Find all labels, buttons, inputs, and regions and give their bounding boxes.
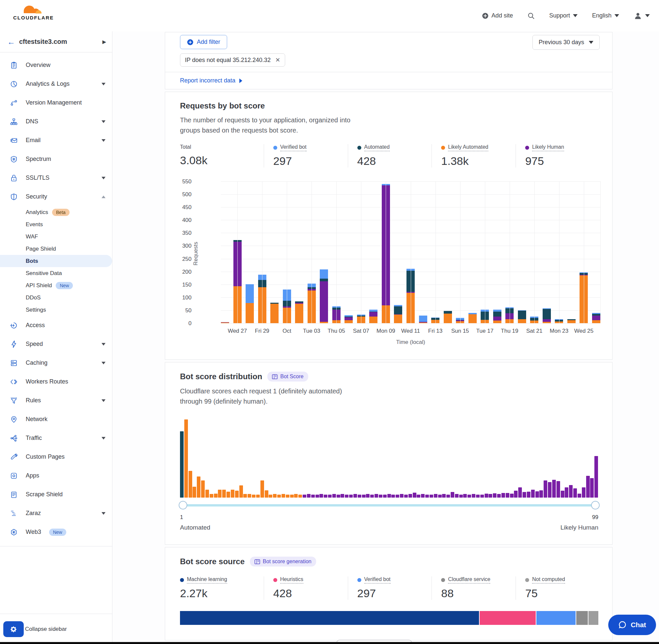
sidebar-item-overview[interactable]: Overview bbox=[0, 56, 112, 74]
score-range-slider[interactable] bbox=[180, 501, 598, 509]
stat-value: 297 bbox=[273, 155, 345, 167]
sidebar-item-version-management[interactable]: Version Management bbox=[0, 93, 112, 112]
close-icon[interactable]: ✕ bbox=[275, 56, 280, 64]
sidebar-item-ssl-tls[interactable]: SSL/TLS bbox=[0, 168, 112, 187]
histogram-bar-score-51 bbox=[391, 495, 395, 498]
sidebar-item-speed[interactable]: Speed bbox=[0, 335, 112, 353]
user-icon bbox=[634, 12, 642, 20]
network-icon bbox=[10, 415, 18, 423]
date-range-dropdown[interactable]: Previous 30 days bbox=[533, 35, 600, 50]
sidebar-subitem-ddos[interactable]: DDoS bbox=[0, 292, 112, 304]
histogram-bar-score-65 bbox=[451, 492, 454, 498]
y-tick: 50 bbox=[172, 307, 191, 314]
histogram-bar-score-58 bbox=[421, 494, 425, 498]
stacked-bar-fri-06 bbox=[345, 315, 353, 323]
account-menu[interactable] bbox=[634, 12, 650, 20]
sidebar-subitem-api-shield[interactable]: API ShieldNew bbox=[0, 279, 112, 292]
language-menu[interactable]: English bbox=[592, 12, 619, 19]
histogram-bar-score-13 bbox=[231, 490, 234, 498]
histogram-bar-score-63 bbox=[442, 494, 446, 498]
rules-icon bbox=[10, 397, 18, 405]
sidebar-item-security[interactable]: Security bbox=[0, 187, 112, 206]
sidebar-item-traffic[interactable]: Traffic bbox=[0, 429, 112, 447]
source-segment-cloudflare-service bbox=[576, 611, 588, 625]
histogram-bar-score-34 bbox=[320, 494, 323, 498]
slider-track[interactable] bbox=[180, 504, 598, 506]
legend-dot bbox=[441, 578, 445, 582]
stat-verified-bot: Verified bot297 bbox=[348, 576, 432, 600]
sidebar-subitem-sensitive-data[interactable]: Sensitive Data bbox=[0, 267, 112, 279]
sidebar-subitem-events[interactable]: Events bbox=[0, 218, 112, 230]
slider-min-caption: Automated bbox=[180, 524, 210, 531]
sidebar-item-custom-pages[interactable]: Custom Pages bbox=[0, 447, 112, 466]
stat-machine-learning: Machine learning2.27k bbox=[180, 576, 264, 600]
requests-chart: Requests 0501001502002503003504004505005… bbox=[180, 181, 600, 346]
histogram-bar-score-17 bbox=[248, 494, 251, 498]
bot-score-docs-badge[interactable]: Bot Score bbox=[267, 372, 308, 382]
requests-by-bot-score-card: Requests by bot score The number of requ… bbox=[165, 92, 613, 360]
support-menu[interactable]: Support bbox=[549, 12, 578, 19]
chevron-down-icon bbox=[101, 177, 105, 179]
search-button[interactable] bbox=[527, 12, 535, 20]
histogram-bar-score-38 bbox=[336, 495, 340, 498]
chevron-right-icon[interactable]: ▶ bbox=[102, 39, 106, 45]
bot-score-source-card: Bot score source Bot score generation Ma… bbox=[165, 547, 613, 640]
x-tick: Tue 03 bbox=[303, 328, 320, 335]
stat-value: 428 bbox=[273, 587, 345, 600]
sidebar-item-rules[interactable]: Rules bbox=[0, 391, 112, 410]
sidebar-item-network[interactable]: Network bbox=[0, 410, 112, 429]
chevron-down-icon bbox=[101, 120, 105, 123]
y-tick: 450 bbox=[172, 204, 191, 211]
histogram-bar-score-70 bbox=[472, 494, 475, 498]
slider-handle-min[interactable] bbox=[179, 501, 187, 509]
sidebar-item-analytics-logs[interactable]: Analytics & Logs bbox=[0, 74, 112, 93]
source-segment-not-computed bbox=[588, 611, 598, 625]
bot-score-generation-docs-badge[interactable]: Bot score generation bbox=[250, 557, 316, 567]
sidebar-subitem-analytics[interactable]: AnalyticsBeta bbox=[0, 206, 112, 218]
collapse-sidebar-label[interactable]: Collapse sidebar bbox=[25, 626, 67, 632]
add-site-button[interactable]: Add site bbox=[482, 12, 513, 19]
histogram-bar-score-84 bbox=[531, 490, 535, 498]
sidebar-subitem-page-shield[interactable]: Page Shield bbox=[0, 243, 112, 255]
sidebar-subitem-settings[interactable]: Settings bbox=[0, 304, 112, 316]
histogram-bar-score-61 bbox=[434, 494, 438, 498]
score-source-stacked-bar bbox=[180, 611, 598, 625]
histogram-bar-score-83 bbox=[527, 492, 531, 498]
sidebar-item-workers-routes[interactable]: Workers Routes bbox=[0, 372, 112, 391]
back-arrow-icon[interactable]: ← bbox=[7, 37, 19, 46]
add-filter-button[interactable]: Add filter bbox=[180, 35, 227, 49]
histogram-bar-score-60 bbox=[429, 495, 433, 498]
sidebar-item-apps[interactable]: Apps bbox=[0, 466, 112, 485]
sidebar-subitem-bots[interactable]: Bots bbox=[0, 255, 112, 267]
book-icon bbox=[272, 374, 278, 379]
histogram-bar-score-49 bbox=[383, 495, 387, 498]
sidebar-item-spectrum[interactable]: Spectrum bbox=[0, 150, 112, 168]
histogram-bar-score-99 bbox=[594, 456, 598, 498]
sidebar-item-zaraz[interactable]: Zaraz bbox=[0, 504, 112, 523]
sidebar-subitem-waf[interactable]: WAF bbox=[0, 230, 112, 243]
filter-chip[interactable]: IP does not equal 35.212.240.32 ✕ bbox=[180, 53, 285, 67]
chat-button[interactable]: Chat bbox=[608, 615, 656, 635]
histogram-bar-score-28 bbox=[294, 494, 298, 498]
stacked-bar-sun-22 bbox=[543, 308, 551, 323]
legend-dot bbox=[180, 578, 184, 582]
histogram-bar-score-74 bbox=[489, 494, 492, 498]
report-incorrect-data-link[interactable]: Report incorrect data bbox=[180, 77, 235, 84]
chevron-up-icon bbox=[101, 196, 105, 198]
sidebar-item-email[interactable]: Email bbox=[0, 131, 112, 150]
chevron-down-icon bbox=[589, 41, 593, 44]
histogram-bar-score-77 bbox=[501, 493, 505, 498]
stat-value: 1.38k bbox=[441, 155, 512, 167]
sidebar-item-caching[interactable]: Caching bbox=[0, 353, 112, 372]
version-icon bbox=[10, 99, 18, 107]
sidebar-item-scrape-shield[interactable]: Scrape Shield bbox=[0, 485, 112, 504]
sidebar-item-web3[interactable]: Web3New bbox=[0, 523, 112, 542]
sidebar-item-access[interactable]: Access bbox=[0, 316, 112, 335]
x-tick: Tue 17 bbox=[476, 328, 494, 335]
histogram-bar-score-53 bbox=[400, 494, 403, 498]
legend-dot bbox=[273, 578, 277, 582]
settings-gear-button[interactable] bbox=[3, 621, 24, 637]
slider-handle-max[interactable] bbox=[591, 501, 600, 509]
sidebar-item-dns[interactable]: DNS bbox=[0, 112, 112, 131]
stat-automated: Automated428 bbox=[348, 144, 432, 167]
